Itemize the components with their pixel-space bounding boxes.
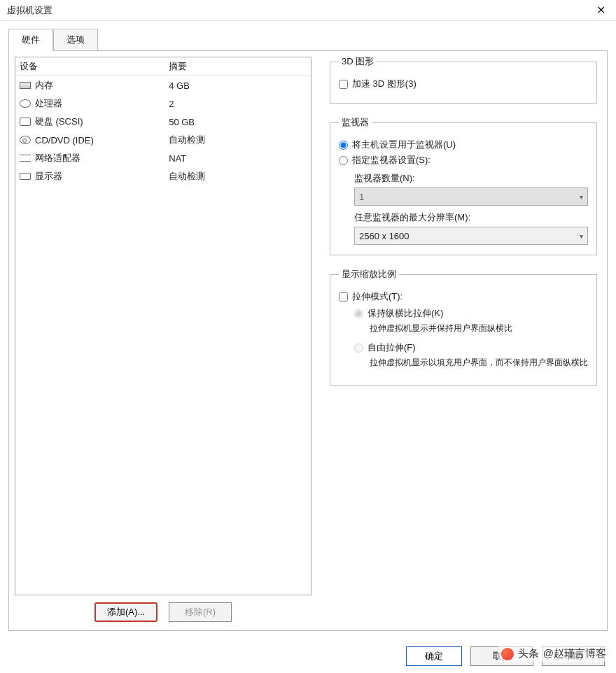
monitor-count-value: 1: [359, 192, 364, 202]
hw-row-summary: NAT: [169, 153, 307, 164]
tab-options[interactable]: 选项: [53, 29, 98, 51]
remove-hardware-button[interactable]: 移除(R): [169, 602, 232, 622]
display-settings-column: 3D 图形 加速 3D 图形(3) 监视器 将主机设置用于监视器(U) 指定监视…: [317, 51, 607, 630]
checkbox-accel-3d-label: 加速 3D 图形(3): [352, 78, 416, 90]
checkbox-accel-3d[interactable]: 加速 3D 图形(3): [339, 78, 588, 90]
close-icon: ✕: [596, 3, 606, 17]
monitor-maxres-label: 任意监视器的最大分辨率(M):: [354, 211, 588, 224]
add-hardware-button[interactable]: 添加(A)...: [94, 602, 158, 622]
checkbox-stretch-mode-label: 拉伸模式(T):: [352, 290, 402, 303]
chevron-down-icon: ▾: [580, 193, 583, 201]
disk-icon: [20, 118, 31, 126]
hw-row-label: CD/DVD (IDE): [35, 135, 94, 146]
hardware-left-column: 设备 摘要 内存 4 GB 处理器 2 硬盘: [9, 51, 317, 630]
hw-row-summary: 自动检测: [169, 170, 307, 183]
hardware-list-header: 设备 摘要: [15, 57, 311, 76]
keep-ratio-desc: 拉伸虚拟机显示并保持用户界面纵横比: [370, 323, 588, 334]
radio-keep-ratio-input[interactable]: [354, 309, 363, 318]
checkbox-accel-3d-input[interactable]: [339, 80, 348, 89]
hw-row-summary: 4 GB: [169, 80, 307, 91]
chevron-down-icon: ▾: [580, 232, 583, 240]
titlebar: 虚拟机设置 ✕: [0, 0, 616, 21]
tab-hardware[interactable]: 硬件: [8, 29, 53, 51]
hw-row-disk[interactable]: 硬盘 (SCSI) 50 GB: [15, 113, 311, 131]
hw-row-label: 显示器: [35, 170, 62, 183]
checkbox-stretch-mode-input[interactable]: [339, 292, 348, 302]
window-title: 虚拟机设置: [7, 4, 592, 17]
stretch-sub: 保持纵横比拉伸(K) 拉伸虚拟机显示并保持用户界面纵横比 自由拉伸(F) 拉伸虚…: [354, 307, 588, 369]
dialog-footer: 确定 取消 帮助: [406, 646, 605, 666]
ok-button[interactable]: 确定: [406, 646, 462, 666]
memory-icon: [20, 82, 31, 89]
radio-free-stretch-label: 自由拉伸(F): [368, 341, 416, 354]
hardware-panel: 设备 摘要 内存 4 GB 处理器 2 硬盘: [8, 50, 608, 631]
group-monitors-legend: 监视器: [339, 116, 372, 129]
radio-specify-monitors-label: 指定监视器设置(S):: [352, 154, 430, 167]
radio-keep-ratio[interactable]: 保持纵横比拉伸(K): [354, 307, 588, 320]
display-icon: [20, 173, 31, 180]
hardware-list-buttons: 添加(A)... 移除(R): [15, 595, 312, 625]
hw-row-memory[interactable]: 内存 4 GB: [15, 76, 311, 94]
monitor-count-select[interactable]: 1 ▾: [354, 187, 588, 206]
hw-row-display[interactable]: 显示器 自动检测: [15, 167, 311, 185]
group-monitors: 监视器 将主机设置用于监视器(U) 指定监视器设置(S): 监视器数量(N): …: [330, 116, 597, 255]
hw-row-label: 网络适配器: [35, 152, 80, 164]
network-icon: [20, 155, 31, 162]
radio-specify-monitors[interactable]: 指定监视器设置(S):: [339, 154, 588, 167]
hw-row-network[interactable]: 网络适配器 NAT: [15, 149, 311, 167]
monitor-count-label: 监视器数量(N):: [354, 172, 588, 185]
checkbox-stretch-mode[interactable]: 拉伸模式(T):: [339, 290, 588, 303]
cancel-button[interactable]: 取消: [470, 646, 533, 666]
hw-row-cddvd[interactable]: CD/DVD (IDE) 自动检测: [15, 131, 311, 149]
radio-specify-monitors-input[interactable]: [339, 156, 348, 165]
hw-row-label: 处理器: [35, 97, 62, 110]
hw-row-summary: 2: [169, 99, 307, 109]
monitor-specify-sub: 监视器数量(N): 1 ▾ 任意监视器的最大分辨率(M): 2560 x 160…: [354, 172, 588, 245]
group-3d-legend: 3D 图形: [339, 55, 377, 68]
close-button[interactable]: ✕: [592, 2, 609, 19]
radio-use-host-input[interactable]: [339, 141, 348, 150]
hw-row-label: 内存: [35, 79, 53, 92]
hw-row-label: 硬盘 (SCSI): [35, 115, 83, 128]
radio-free-stretch-input[interactable]: [354, 343, 363, 353]
radio-keep-ratio-label: 保持纵横比拉伸(K): [368, 307, 443, 320]
monitor-maxres-value: 2560 x 1600: [359, 231, 410, 241]
group-scaling-legend: 显示缩放比例: [339, 268, 399, 281]
hw-row-summary: 自动检测: [169, 134, 307, 146]
col-header-summary: 摘要: [169, 60, 307, 73]
radio-free-stretch[interactable]: 自由拉伸(F): [354, 341, 588, 354]
free-stretch-desc: 拉伸虚拟机显示以填充用户界面，而不保持用户界面纵横比: [370, 357, 588, 369]
monitor-maxres-select[interactable]: 2560 x 1600 ▾: [354, 227, 588, 245]
hardware-list: 设备 摘要 内存 4 GB 处理器 2 硬盘: [15, 57, 312, 595]
group-display-scaling: 显示缩放比例 拉伸模式(T): 保持纵横比拉伸(K) 拉伸虚拟机显示并保持用户界…: [330, 268, 597, 386]
radio-use-host-label: 将主机设置用于监视器(U): [352, 139, 456, 151]
radio-use-host[interactable]: 将主机设置用于监视器(U): [339, 139, 588, 151]
group-3d-graphics: 3D 图形 加速 3D 图形(3): [330, 55, 597, 104]
tabs: 硬件 选项: [0, 21, 616, 50]
cpu-icon: [20, 99, 31, 108]
cd-icon: [20, 136, 31, 144]
hw-row-cpu[interactable]: 处理器 2: [15, 94, 311, 113]
help-button[interactable]: 帮助: [542, 646, 605, 666]
col-header-device: 设备: [20, 60, 169, 73]
hw-row-summary: 50 GB: [169, 117, 307, 127]
